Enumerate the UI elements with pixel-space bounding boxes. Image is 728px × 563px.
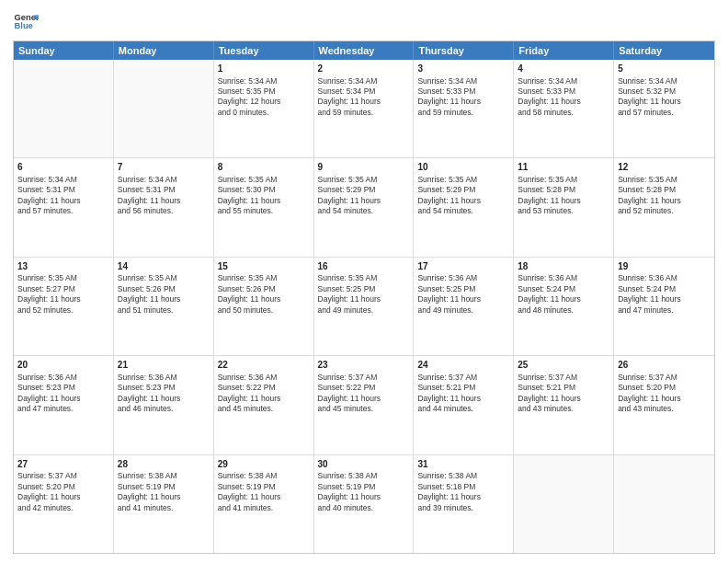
table-row: 3Sunrise: 5:34 AMSunset: 5:33 PMDaylight… — [414, 60, 514, 157]
table-row — [114, 60, 214, 157]
table-row: 11Sunrise: 5:35 AMSunset: 5:28 PMDayligh… — [514, 158, 614, 256]
table-row: 15Sunrise: 5:35 AMSunset: 5:26 PMDayligh… — [214, 258, 314, 355]
day-number: 2 — [318, 63, 410, 75]
day-info-line: Sunset: 5:19 PM — [318, 482, 410, 492]
day-info-line: Daylight: 11 hours — [318, 394, 410, 404]
logo: General Blue — [13, 9, 39, 35]
day-info-line: Daylight: 11 hours — [118, 394, 210, 404]
day-info-line: Daylight: 11 hours — [17, 294, 109, 304]
day-info-line: Sunrise: 5:37 AM — [518, 373, 609, 383]
table-row: 16Sunrise: 5:35 AMSunset: 5:25 PMDayligh… — [314, 258, 415, 355]
day-info-line: Sunset: 5:25 PM — [318, 284, 410, 294]
table-row: 19Sunrise: 5:36 AMSunset: 5:24 PMDayligh… — [614, 258, 714, 355]
day-number: 22 — [218, 359, 310, 372]
day-number: 24 — [417, 359, 509, 372]
table-row: 25Sunrise: 5:37 AMSunset: 5:21 PMDayligh… — [514, 356, 614, 454]
day-info-line: Daylight: 11 hours — [17, 196, 109, 206]
day-number: 8 — [218, 161, 310, 174]
day-info-line: and 48 minutes. — [518, 305, 609, 316]
table-row: 10Sunrise: 5:35 AMSunset: 5:29 PMDayligh… — [414, 158, 514, 256]
day-info-line: Sunrise: 5:34 AM — [318, 76, 410, 86]
day-number: 6 — [17, 161, 109, 174]
day-info-line: and 45 minutes. — [218, 404, 310, 414]
table-row: 27Sunrise: 5:37 AMSunset: 5:20 PMDayligh… — [14, 455, 114, 553]
day-info-line: and 52 minutes. — [618, 206, 711, 216]
day-info-line: Sunrise: 5:36 AM — [17, 373, 109, 383]
table-row: 20Sunrise: 5:36 AMSunset: 5:23 PMDayligh… — [14, 356, 114, 454]
day-info-line: and 40 minutes. — [318, 503, 410, 513]
calendar-body: 1Sunrise: 5:34 AMSunset: 5:35 PMDaylight… — [14, 60, 714, 553]
table-row: 2Sunrise: 5:34 AMSunset: 5:34 PMDaylight… — [314, 60, 415, 157]
day-info-line: Sunset: 5:33 PM — [518, 86, 609, 97]
day-info-line: and 56 minutes. — [118, 206, 210, 216]
calendar-row: 20Sunrise: 5:36 AMSunset: 5:23 PMDayligh… — [14, 356, 714, 454]
day-info-line: Sunset: 5:21 PM — [417, 383, 509, 393]
day-number: 15 — [218, 260, 310, 273]
day-number: 26 — [618, 359, 711, 372]
table-row: 31Sunrise: 5:38 AMSunset: 5:18 PMDayligh… — [414, 455, 514, 553]
day-info-line: Sunrise: 5:38 AM — [318, 471, 410, 481]
day-info-line: Daylight: 11 hours — [218, 394, 310, 404]
cal-header-cell: Thursday — [414, 41, 514, 60]
day-info-line: Sunset: 5:31 PM — [17, 185, 109, 195]
day-info-line: and 43 minutes. — [618, 404, 711, 414]
cal-header-cell: Saturday — [614, 41, 714, 60]
day-info-line: and 59 minutes. — [417, 108, 509, 118]
day-info-line: Sunset: 5:19 PM — [218, 482, 310, 492]
day-number: 18 — [518, 260, 609, 273]
table-row: 26Sunrise: 5:37 AMSunset: 5:20 PMDayligh… — [614, 356, 714, 454]
day-info-line: and 55 minutes. — [218, 206, 310, 216]
day-info-line: Sunrise: 5:35 AM — [17, 273, 109, 283]
day-info-line: and 59 minutes. — [318, 108, 410, 118]
day-info-line: and 51 minutes. — [118, 305, 210, 316]
day-info-line: and 53 minutes. — [518, 206, 609, 216]
day-info-line: Daylight: 11 hours — [17, 492, 109, 502]
day-info-line: and 39 minutes. — [417, 503, 509, 513]
day-info-line: Daylight: 11 hours — [218, 196, 310, 206]
day-info-line: Sunrise: 5:35 AM — [218, 175, 310, 185]
day-info-line: Daylight: 11 hours — [417, 394, 509, 404]
day-info-line: Sunset: 5:22 PM — [318, 383, 410, 393]
day-number: 19 — [618, 260, 711, 273]
day-info-line: Daylight: 11 hours — [518, 394, 609, 404]
day-info-line: Sunrise: 5:37 AM — [417, 373, 509, 383]
day-info-line: Sunrise: 5:36 AM — [118, 373, 210, 383]
day-info-line: Daylight: 11 hours — [17, 394, 109, 404]
day-info-line: and 43 minutes. — [518, 404, 609, 414]
day-info-line: Sunset: 5:28 PM — [518, 185, 609, 195]
day-info-line: Sunset: 5:32 PM — [618, 86, 711, 97]
day-info-line: Sunset: 5:33 PM — [417, 86, 509, 97]
day-info-line: Daylight: 11 hours — [618, 97, 711, 107]
table-row: 22Sunrise: 5:36 AMSunset: 5:22 PMDayligh… — [214, 356, 314, 454]
day-info-line: Sunset: 5:26 PM — [218, 284, 310, 294]
day-info-line: and 50 minutes. — [218, 305, 310, 316]
table-row: 13Sunrise: 5:35 AMSunset: 5:27 PMDayligh… — [14, 258, 114, 355]
day-info-line: Daylight: 11 hours — [318, 97, 410, 107]
day-number: 10 — [417, 161, 509, 174]
table-row: 5Sunrise: 5:34 AMSunset: 5:32 PMDaylight… — [614, 60, 714, 157]
table-row: 1Sunrise: 5:34 AMSunset: 5:35 PMDaylight… — [214, 60, 314, 157]
day-info-line: Daylight: 11 hours — [417, 97, 509, 107]
day-info-line: Sunset: 5:20 PM — [17, 482, 109, 492]
day-number: 21 — [118, 359, 210, 372]
day-info-line: Daylight: 11 hours — [218, 294, 310, 304]
day-info-line: Sunset: 5:27 PM — [17, 284, 109, 294]
day-info-line: Sunrise: 5:36 AM — [218, 373, 310, 383]
day-info-line: and 49 minutes. — [417, 305, 509, 316]
day-number: 28 — [118, 458, 210, 471]
table-row: 4Sunrise: 5:34 AMSunset: 5:33 PMDaylight… — [514, 60, 614, 157]
table-row: 30Sunrise: 5:38 AMSunset: 5:19 PMDayligh… — [314, 455, 415, 553]
day-info-line: Daylight: 11 hours — [618, 394, 711, 404]
day-info-line: Sunrise: 5:35 AM — [218, 273, 310, 283]
day-info-line: Sunset: 5:21 PM — [518, 383, 609, 393]
table-row — [514, 455, 614, 553]
day-number: 17 — [417, 260, 509, 273]
table-row — [14, 60, 114, 157]
table-row: 12Sunrise: 5:35 AMSunset: 5:28 PMDayligh… — [614, 158, 714, 256]
day-info-line: Sunrise: 5:34 AM — [417, 76, 509, 86]
day-info-line: Daylight: 11 hours — [118, 492, 210, 502]
calendar-row: 6Sunrise: 5:34 AMSunset: 5:31 PMDaylight… — [14, 158, 714, 257]
day-info-line: Daylight: 11 hours — [118, 294, 210, 304]
day-number: 30 — [318, 458, 410, 471]
day-info-line: Sunrise: 5:34 AM — [17, 175, 109, 185]
